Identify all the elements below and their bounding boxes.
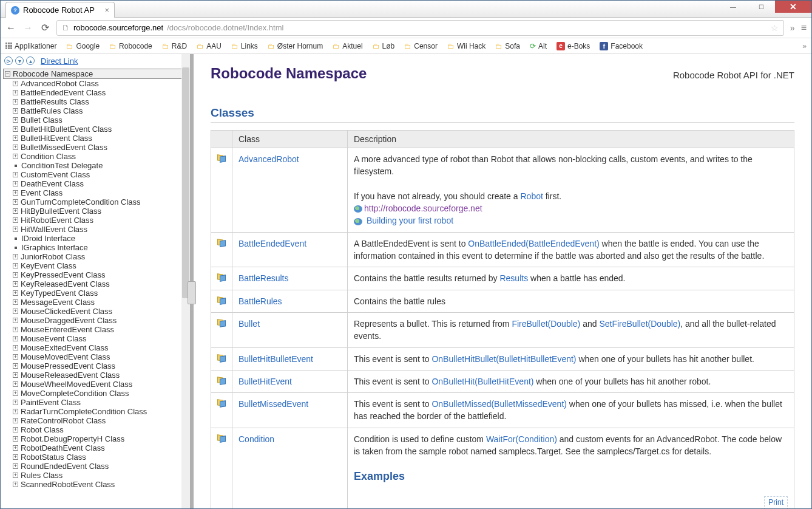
expand-box-icon[interactable]: + (13, 181, 18, 186)
expand-box-icon[interactable]: + (13, 409, 18, 414)
tree-item[interactable]: +MouseEvent Class (12, 334, 188, 343)
tree-item[interactable]: IGraphics Interface (12, 243, 188, 252)
class-link[interactable]: BattleRules (239, 296, 282, 306)
expand-box-icon[interactable]: + (13, 391, 18, 396)
expand-box-icon[interactable]: + (13, 272, 18, 278)
bookmark-star-icon[interactable]: ☆ (771, 23, 779, 33)
tree-item[interactable]: +MouseMovedEvent Class (12, 352, 188, 361)
apps-button[interactable]: Applikationer (5, 42, 56, 50)
bm-robocode[interactable]: 🗀Robocode (109, 42, 152, 50)
tree-item[interactable]: +JuniorRobot Class (12, 252, 188, 261)
expand-box-icon[interactable]: + (13, 463, 18, 469)
reload-button[interactable]: ⟳ (39, 22, 50, 33)
tree-item[interactable]: +Condition Class (12, 152, 188, 161)
expand-box-icon[interactable]: + (13, 299, 18, 305)
expand-box-icon[interactable]: + (13, 290, 18, 296)
bm-aau[interactable]: 🗀AAU (197, 42, 222, 50)
close-button[interactable]: ✕ (775, 1, 811, 13)
class-link[interactable]: BattleEndedEvent (239, 239, 306, 248)
expand-box-icon[interactable]: + (13, 135, 18, 141)
expand-box-icon[interactable]: + (13, 172, 18, 177)
bm-oster[interactable]: 🗀Øster Hornum (268, 42, 323, 50)
tree-item[interactable]: +MouseDraggedEvent Class (12, 316, 188, 325)
tree-item[interactable]: +BattleEndedEvent Class (12, 88, 188, 97)
expand-box-icon[interactable]: + (13, 381, 18, 387)
address-bar[interactable]: 🗋 robocode.sourceforge.net/docs/robocode… (56, 20, 784, 36)
menu-icon[interactable]: ≡ (801, 22, 807, 33)
tree-item[interactable]: +PaintEvent Class (12, 398, 188, 407)
class-link[interactable]: BulletHitBulletEvent (239, 354, 313, 364)
expand-box-icon[interactable]: + (13, 263, 18, 268)
class-link[interactable]: BattleResults (239, 273, 288, 283)
expand-box-icon[interactable]: + (13, 363, 18, 369)
expand-box-icon[interactable]: + (13, 318, 18, 323)
expand-box-icon[interactable]: + (13, 117, 18, 123)
bm-aktuel[interactable]: 🗀Aktuel (333, 42, 362, 50)
tree-item[interactable]: +HitRobotEvent Class (12, 216, 188, 225)
tree-item[interactable]: +AdvancedRobot Class (12, 79, 188, 88)
inline-link[interactable]: OnBulletMissed(BulletMissedEvent) (431, 399, 567, 409)
tree-item[interactable]: +ScannedRobotEvent Class (12, 480, 188, 489)
tree-item[interactable]: +MouseClickedEvent Class (12, 307, 188, 316)
expand-box-icon[interactable]: + (13, 81, 18, 86)
bookmarks-overflow[interactable]: » (802, 42, 807, 50)
tree-item[interactable]: +RadarTurnCompleteCondition Class (12, 407, 188, 416)
class-link[interactable]: Condition (239, 434, 274, 444)
tree-item[interactable]: +BulletHitEvent Class (12, 134, 188, 143)
scrollbar-thumb[interactable] (182, 67, 189, 298)
tree-root[interactable]: −Robocode Namespace (3, 69, 188, 79)
tree-item[interactable]: +DeathEvent Class (12, 179, 188, 188)
bm-lob[interactable]: 🗀Løb (373, 42, 395, 50)
minimize-button[interactable]: — (719, 1, 747, 13)
expand-box-icon[interactable]: + (13, 126, 18, 132)
class-link[interactable]: Bullet (239, 319, 260, 329)
tree-item[interactable]: +BulletHitBulletEvent Class (12, 125, 188, 134)
direct-link[interactable]: Direct Link (41, 56, 78, 66)
inline-link[interactable]: OnBattleEnded(BattleEndedEvent) (468, 239, 599, 248)
main-content[interactable]: Robocode Namespace Robocode Robot API fo… (194, 54, 811, 508)
bm-google[interactable]: 🗀Google (66, 42, 100, 50)
tree-item[interactable]: +HitByBulletEvent Class (12, 207, 188, 216)
tree-item[interactable]: +MouseWheelMovedEvent Class (12, 380, 188, 389)
collapse-icon[interactable]: ⊳ (4, 56, 13, 65)
class-link[interactable]: BulletMissedEvent (239, 399, 308, 409)
inline-link[interactable]: SetFireBullet(Double) (599, 319, 680, 329)
expand-box-icon[interactable]: + (13, 217, 18, 223)
tree-item[interactable]: +MouseEnteredEvent Class (12, 325, 188, 334)
expand-box-icon[interactable]: + (13, 190, 18, 196)
tree-item[interactable]: +MouseExitedEvent Class (12, 343, 188, 352)
expand-box-icon[interactable]: + (13, 354, 18, 360)
tree-item[interactable]: +BattleResults Class (12, 97, 188, 106)
expand-box-icon[interactable]: + (13, 454, 18, 460)
tree-item[interactable]: +RobotDeathEvent Class (12, 443, 188, 453)
tree-item[interactable]: +MouseReleasedEvent Class (12, 371, 188, 380)
tree-item[interactable]: +MousePressedEvent Class (12, 361, 188, 371)
tree-item[interactable]: IDroid Interface (12, 234, 188, 243)
splitter[interactable] (190, 54, 194, 508)
expand-box-icon[interactable]: + (13, 108, 18, 114)
expand-box-icon[interactable]: + (13, 427, 18, 432)
tree-item[interactable]: +KeyEvent Class (12, 261, 188, 270)
expand-box-icon[interactable]: + (13, 281, 18, 287)
expand-box-icon[interactable]: + (13, 99, 18, 104)
expand-box-icon[interactable]: + (13, 418, 18, 423)
tree-item[interactable]: +KeyReleasedEvent Class (12, 279, 188, 289)
bm-facebook[interactable]: fFacebook (600, 42, 643, 50)
expand-box-icon[interactable]: + (13, 327, 18, 332)
expand-box-icon[interactable]: + (13, 400, 18, 405)
tree-item[interactable]: +KeyTypedEvent Class (12, 289, 188, 298)
inline-link[interactable]: OnBulletHitBullet(BulletHitBulletEvent) (431, 354, 576, 364)
maximize-button[interactable]: ☐ (747, 1, 775, 13)
bm-eboks[interactable]: ee-Boks (557, 42, 590, 50)
inline-link[interactable]: Results (499, 273, 528, 283)
expand-box-icon[interactable]: + (13, 372, 18, 378)
bm-links[interactable]: 🗀Links (231, 42, 258, 50)
class-link[interactable]: AdvancedRobot (239, 154, 299, 164)
external-link[interactable]: Building your first robot (367, 216, 453, 225)
inline-link[interactable]: Robot (520, 191, 543, 201)
bm-rd[interactable]: 🗀R&D (162, 42, 187, 50)
expand-box-icon[interactable]: + (13, 482, 18, 487)
expand-box-icon[interactable]: + (13, 436, 18, 442)
bm-alt[interactable]: ⟳Alt (530, 42, 547, 50)
tab-close-icon[interactable]: × (104, 5, 109, 15)
